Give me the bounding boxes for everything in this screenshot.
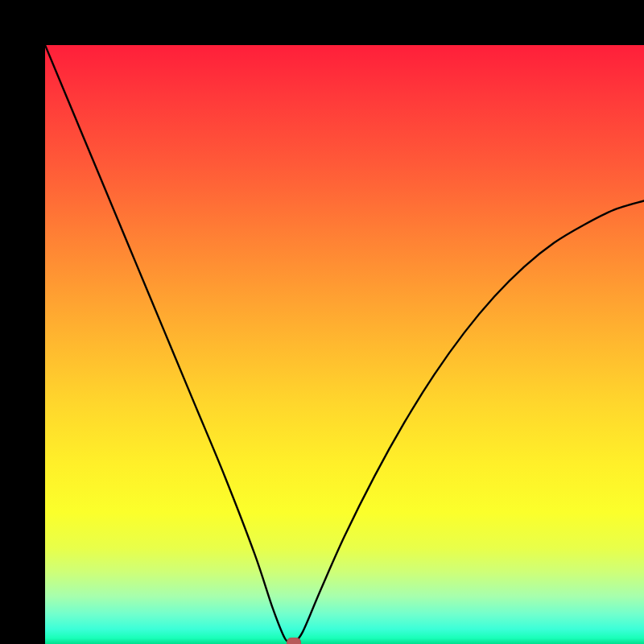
chart-plot-area: [45, 45, 644, 644]
chart-frame: [0, 0, 644, 644]
optimal-point-marker: [287, 638, 301, 645]
chart-curve-svg: [45, 45, 644, 644]
bottleneck-curve-path: [45, 45, 644, 643]
